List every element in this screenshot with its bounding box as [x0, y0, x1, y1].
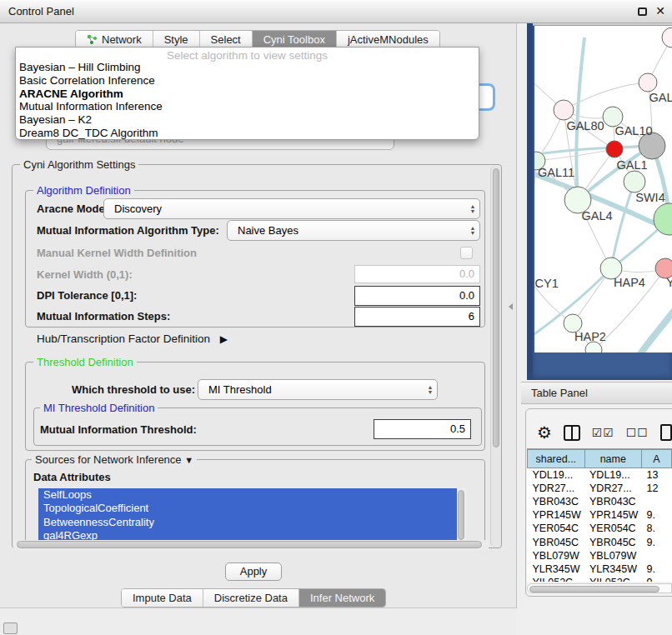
- tab-jactivemnodules[interactable]: jActiveMNodules: [337, 31, 439, 48]
- table-cell[interactable]: YBR045C: [584, 535, 642, 548]
- table-panel-title: Table Panel: [531, 387, 588, 399]
- settings-vscrollbar-track[interactable]: [490, 166, 501, 547]
- algorithm-option[interactable]: Bayesian – Hill Climbing: [16, 61, 479, 74]
- table-column-header[interactable]: A: [642, 450, 672, 468]
- tab-infer-network[interactable]: Infer Network: [299, 589, 385, 607]
- table-row[interactable]: YER054CYER054C8.: [528, 522, 672, 535]
- node-attribute-table[interactable]: shared...nameA YDL19...YDL19...13YDR27..…: [527, 448, 672, 582]
- table-cell[interactable]: 8.: [642, 522, 672, 535]
- table-row[interactable]: YBR043CYBR043C: [528, 495, 672, 508]
- table-cell[interactable]: 12: [642, 482, 672, 495]
- mi-type-combo[interactable]: Naive Bayes ▲▼: [227, 220, 480, 241]
- network-node[interactable]: [554, 100, 574, 120]
- which-threshold-combo[interactable]: MI Threshold ▲▼: [198, 379, 438, 400]
- control-panel-title: Control Panel: [8, 5, 74, 18]
- table-row[interactable]: YLR345WYLR345W9.: [528, 562, 672, 576]
- table-cell[interactable]: 9.: [642, 508, 672, 522]
- splitter-collapse-handle[interactable]: [509, 303, 513, 310]
- aracne-mode-combo[interactable]: Discovery ▲▼: [103, 198, 480, 219]
- close-icon[interactable]: ✕: [655, 4, 665, 18]
- settings-hscrollbar-thumb[interactable]: [17, 541, 482, 548]
- table-cell[interactable]: YDR27...: [528, 482, 585, 495]
- table-row[interactable]: YDR27...YDR27...12: [528, 482, 672, 495]
- table-column-header[interactable]: shared...: [528, 450, 585, 468]
- table-cell[interactable]: YDR27...: [584, 482, 642, 495]
- data-attribute-item[interactable]: BetweennessCentrality: [38, 516, 457, 529]
- kernel-width-field[interactable]: 0.0: [354, 265, 480, 283]
- tab-cyni-toolbox[interactable]: Cyni Toolbox: [253, 31, 337, 48]
- algorithm-option[interactable]: ARACNE Algorithm: [16, 88, 479, 101]
- algorithm-option[interactable]: Dream8 DC_TDC Algorithm: [16, 127, 479, 140]
- table-cell[interactable]: YBR043C: [528, 495, 585, 508]
- gear-icon[interactable]: ⚙: [537, 422, 552, 442]
- tab-discretize-data[interactable]: Discretize Data: [203, 589, 299, 607]
- data-attributes-list[interactable]: SelfLoopsTopologicalCoefficientBetweenne…: [38, 488, 457, 548]
- table-cell[interactable]: YER054C: [584, 522, 642, 535]
- table-cell[interactable]: YBR045C: [528, 535, 585, 548]
- network-node[interactable]: [606, 141, 623, 158]
- data-attribute-item[interactable]: SelfLoops: [38, 488, 457, 502]
- table-cell[interactable]: YER054C: [528, 522, 585, 535]
- table-cell[interactable]: 9.: [642, 576, 672, 582]
- table-row[interactable]: YIL052CYIL052C9.: [528, 576, 672, 582]
- apply-button[interactable]: Apply: [225, 562, 282, 581]
- network-node[interactable]: [639, 73, 657, 92]
- table-cell[interactable]: YLR345W: [528, 562, 585, 576]
- tab-impute-data[interactable]: Impute Data: [122, 589, 203, 607]
- select-all-icon[interactable]: ☑☑: [592, 426, 614, 439]
- table-cell[interactable]: YLR345W: [584, 562, 642, 576]
- table-cell[interactable]: YIL052C: [528, 576, 585, 582]
- float-window-icon[interactable]: [638, 8, 647, 16]
- network-node[interactable]: [624, 171, 645, 192]
- control-panel-titlebar[interactable]: [0, 0, 672, 23]
- table-column-header[interactable]: name: [584, 450, 642, 468]
- tab-select[interactable]: Select: [200, 31, 253, 48]
- network-edge[interactable]: [638, 306, 672, 352]
- table-cell[interactable]: 13: [642, 468, 672, 482]
- mi-steps-field[interactable]: 6: [354, 307, 480, 327]
- algorithm-option[interactable]: Mutual Information Inference: [16, 100, 479, 113]
- network-edge[interactable]: [564, 82, 648, 110]
- network-node[interactable]: [662, 28, 672, 48]
- table-cell[interactable]: YDL19...: [584, 468, 642, 482]
- tab-style[interactable]: Style: [153, 31, 200, 48]
- attributes-vscrollbar-track[interactable]: [457, 488, 466, 548]
- docked-window-icon[interactable]: [3, 622, 18, 634]
- tab-network[interactable]: Network: [76, 31, 153, 48]
- attributes-vscrollbar-thumb[interactable]: [458, 490, 464, 540]
- table-row[interactable]: YBR045CYBR045C9.: [528, 535, 672, 548]
- table-cell[interactable]: YIL052C: [584, 576, 642, 582]
- algorithm-option[interactable]: Bayesian – K2: [16, 113, 479, 127]
- network-icon: [87, 34, 98, 45]
- settings-hscrollbar-track[interactable]: [13, 540, 489, 550]
- hub-definition-toggle[interactable]: Hub/Transcription Factor Definition ▶: [37, 332, 228, 345]
- table-row[interactable]: YBL079WYBL079W: [528, 549, 672, 562]
- algorithm-option[interactable]: Basic Correlation Inference: [16, 74, 479, 88]
- table-cell[interactable]: YPR145W: [584, 508, 642, 522]
- table-cell[interactable]: YBL079W: [528, 549, 585, 562]
- sources-group-title[interactable]: Sources for Network Inference ▼: [32, 453, 197, 466]
- network-node-label: GAL: [649, 91, 672, 104]
- settings-vscrollbar-thumb[interactable]: [493, 168, 499, 448]
- table-cell[interactable]: YBR043C: [584, 495, 642, 508]
- mi-threshold-field[interactable]: 0.5: [374, 419, 471, 439]
- deselect-all-icon[interactable]: ☐☐: [626, 426, 649, 439]
- table-hscrollbar-track[interactable]: [527, 583, 672, 593]
- document-icon[interactable]: [660, 424, 672, 441]
- table-cell[interactable]: YDL19...: [528, 468, 585, 482]
- table-row[interactable]: YPR145WYPR145W9.: [528, 508, 672, 522]
- data-attribute-item[interactable]: TopologicalCoefficient: [38, 502, 457, 515]
- table-cell[interactable]: 9.: [642, 535, 672, 548]
- table-cell[interactable]: [642, 549, 672, 562]
- table-cell[interactable]: 9.: [642, 562, 672, 576]
- table-cell[interactable]: YBL079W: [584, 549, 642, 562]
- network-edge[interactable]: [611, 182, 634, 268]
- network-canvas[interactable]: GALGAL80GAL10GAL1SWI4GAL11GAL4GCY1HAP4YH…: [534, 26, 672, 352]
- table-cell[interactable]: [642, 495, 672, 508]
- dpi-tolerance-field[interactable]: 0.0: [354, 286, 480, 306]
- manual-kernel-checkbox[interactable]: [460, 247, 473, 259]
- table-cell[interactable]: YPR145W: [528, 508, 585, 522]
- columns-icon[interactable]: [564, 425, 580, 441]
- table-hscrollbar-thumb[interactable]: [529, 586, 659, 592]
- table-row[interactable]: YDL19...YDL19...13: [528, 468, 672, 482]
